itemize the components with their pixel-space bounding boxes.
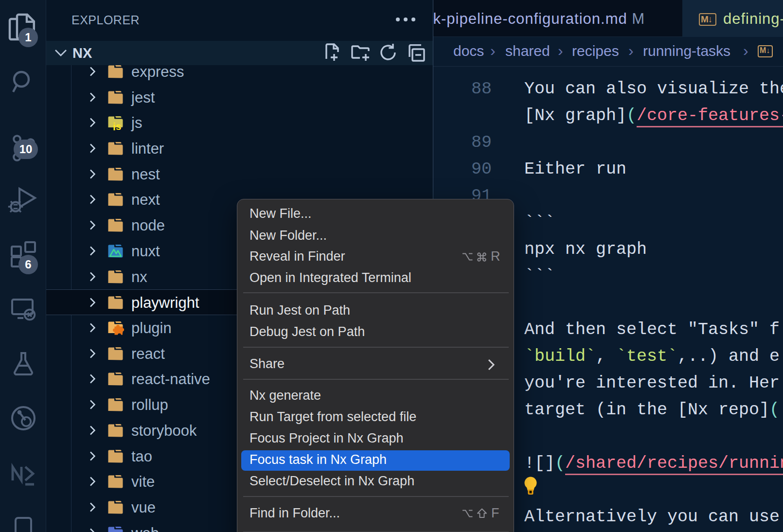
- svg-text:js: js: [112, 121, 122, 130]
